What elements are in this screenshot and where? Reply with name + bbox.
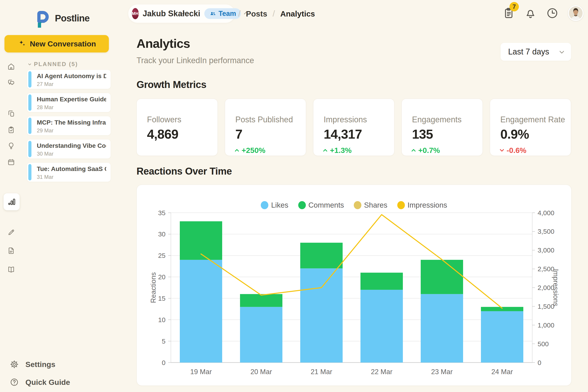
planned-post-card[interactable]: Tue: Automating SaaS Oper... 31 Mar: [27, 163, 111, 182]
svg-text:24 Mar: 24 Mar: [491, 368, 513, 376]
sidebar-item-home[interactable]: [7, 62, 15, 70]
svg-text:500: 500: [538, 340, 549, 348]
legend-item-likes[interactable]: Likes: [261, 201, 288, 210]
calendar-icon: [7, 158, 15, 166]
post-date: 27 Mar: [37, 81, 106, 87]
legend-dot: [261, 201, 268, 209]
post-title: MCP: The Missing Infrastru...: [37, 119, 106, 126]
metric-delta: +250%: [235, 146, 306, 155]
notifications-button[interactable]: 7: [502, 7, 515, 20]
workspace-avatar: MH: [132, 8, 139, 19]
reactions-chart-svg: 0510152025303505001,0001,5002,0002,5003,…: [137, 210, 572, 386]
legend-label: Impressions: [408, 201, 447, 210]
chat-icon: [7, 78, 15, 86]
svg-text:25: 25: [158, 252, 166, 259]
metric-card: Engagement Rate 0.9% -0.6%: [490, 99, 571, 156]
svg-text:3,500: 3,500: [538, 228, 554, 235]
svg-text:Impressions: Impressions: [552, 269, 560, 306]
alerts-button[interactable]: [524, 7, 537, 20]
sidebar-item-tasks[interactable]: [7, 126, 15, 134]
legend-dot: [298, 201, 306, 209]
svg-text:35: 35: [158, 210, 166, 216]
metric-value: 135: [412, 126, 483, 142]
sidebar-item-analytics[interactable]: [3, 193, 20, 210]
post-accent-bar: [28, 141, 31, 157]
post-accent-bar: [28, 164, 31, 180]
legend-item-comments[interactable]: Comments: [298, 201, 344, 210]
svg-text:0: 0: [538, 359, 541, 366]
svg-text:22 Mar: 22 Mar: [371, 368, 392, 376]
quick-guide-button[interactable]: Quick Guide: [10, 378, 70, 387]
svg-text:3,000: 3,000: [538, 246, 554, 254]
svg-text:Reactions: Reactions: [149, 272, 157, 303]
metric-delta-value: -0.6%: [507, 146, 527, 155]
metric-delta: +1.3%: [324, 146, 394, 155]
workspace-switcher[interactable]: MH Jakub Skałecki Team: [128, 4, 235, 23]
new-conversation-button[interactable]: New Conversation: [4, 35, 109, 52]
metric-card: Followers 4,869: [137, 99, 218, 156]
metric-label: Impressions: [324, 115, 394, 124]
settings-button[interactable]: Settings: [10, 360, 55, 369]
chevron-down-icon: [28, 62, 31, 65]
legend-item-impressions[interactable]: Impressions: [397, 201, 447, 210]
svg-text:15: 15: [158, 295, 166, 302]
metric-card: Posts Published 7 +250%: [225, 99, 306, 156]
svg-text:2,000: 2,000: [538, 284, 554, 291]
reactions-chart-heading: Reactions Over Time: [137, 166, 232, 177]
question-icon: [10, 378, 19, 387]
metric-label: Followers: [147, 115, 218, 124]
app-logo[interactable]: Postline: [33, 9, 89, 28]
post-date: 29 Mar: [37, 128, 106, 134]
planned-section-label: PLANNED (5): [34, 61, 78, 68]
legend-dot: [354, 201, 361, 209]
post-date: 30 Mar: [37, 151, 106, 157]
user-avatar[interactable]: [568, 5, 584, 21]
post-title: AI Agent Autonomy is Doub...: [37, 72, 106, 80]
post-accent-bar: [28, 118, 31, 134]
sidebar-item-posts[interactable]: [7, 110, 15, 118]
team-badge: Team: [204, 8, 241, 19]
legend-dot: [397, 201, 405, 209]
sidebar-item-conversations[interactable]: [7, 78, 15, 86]
page-title: Analytics: [137, 36, 190, 51]
breadcrumb-separator: /: [273, 9, 275, 18]
legend-label: Comments: [308, 201, 344, 210]
breadcrumb-analytics[interactable]: Analytics: [280, 10, 315, 18]
chevron-down-icon: [560, 49, 564, 53]
date-range-select[interactable]: Last 7 days: [501, 43, 571, 61]
planned-posts-list: AI Agent Autonomy is Doub... 27 Mar Huma…: [27, 70, 111, 182]
planned-post-card[interactable]: Human Expertise Guides AI ... 28 Mar: [27, 93, 111, 112]
metric-label: Engagement Rate: [500, 115, 571, 124]
trend-caret-icon: [500, 147, 504, 152]
trend-caret-icon: [323, 149, 327, 153]
svg-text:20: 20: [158, 273, 166, 280]
post-accent-bar: [28, 94, 31, 111]
planned-post-card[interactable]: MCP: The Missing Infrastru... 29 Mar: [27, 116, 111, 135]
metric-label: Engagements: [412, 115, 483, 124]
quick-guide-label: Quick Guide: [25, 378, 70, 387]
history-button[interactable]: [546, 7, 559, 20]
user-photo: [569, 6, 583, 20]
postline-logo-icon: [33, 9, 51, 28]
sidebar-item-library[interactable]: [7, 266, 15, 274]
team-badge-label: Team: [219, 10, 236, 18]
svg-text:1,500: 1,500: [538, 303, 554, 310]
bar-chart-icon: [7, 197, 16, 206]
post-title: Understanding Vibe Coding...: [37, 142, 106, 149]
sidebar-item-calendar[interactable]: [7, 158, 15, 166]
breadcrumb-separator: /: [238, 9, 241, 18]
sidebar-item-compose[interactable]: [7, 228, 15, 236]
legend-item-shares[interactable]: Shares: [354, 201, 387, 210]
document-icon: [7, 247, 15, 255]
planned-post-card[interactable]: AI Agent Autonomy is Doub... 27 Mar: [27, 70, 111, 89]
metric-delta-value: +1.3%: [330, 146, 351, 155]
sidebar-item-documents[interactable]: [7, 247, 15, 255]
lightbulb-icon: [7, 142, 15, 150]
planned-post-card[interactable]: Understanding Vibe Coding... 30 Mar: [27, 140, 111, 158]
breadcrumb-posts[interactable]: Posts: [246, 10, 267, 18]
post-accent-bar: [28, 71, 31, 88]
new-conversation-label: New Conversation: [30, 40, 96, 48]
sidebar-item-ideas[interactable]: [7, 142, 15, 150]
planned-section-toggle[interactable]: PLANNED (5): [28, 61, 78, 68]
bell-icon: [524, 7, 537, 20]
